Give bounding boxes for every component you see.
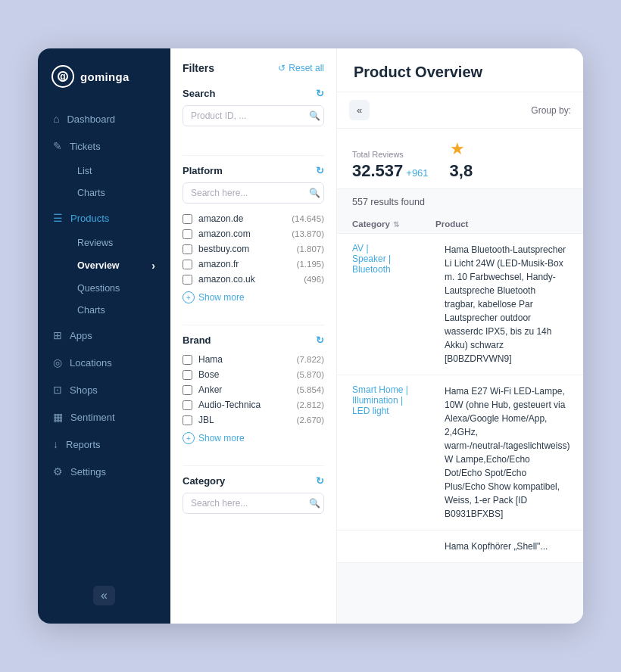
product-search-box[interactable]: 🔍 [183,105,324,126]
shops-icon: ⊡ [53,384,62,396]
category-search-icon: 🔍 [309,498,320,509]
locations-icon: ◎ [53,356,62,369]
platform-checkbox-bestbuy[interactable] [183,244,192,254]
sidebar-item-label: Locations [70,357,112,369]
row-category [352,540,435,553]
sidebar-item-apps[interactable]: ⊞ Apps [44,322,164,348]
product-search-icon: 🔍 [309,110,320,121]
sidebar-item-dashboard[interactable]: ⌂ Dashboard [44,106,164,132]
row-category: AV |Speaker |Bluetooth [352,243,435,366]
sidebar-item-sentiment[interactable]: ▦ Sentiment [44,404,164,430]
sidebar-item-questions[interactable]: Questions [68,278,164,299]
brand-item-anker: Anker (5.854) [183,382,324,397]
row-category: Smart Home |Illumination |LED light [352,384,435,521]
platform-refresh-icon[interactable]: ↻ [316,165,324,176]
content-area: Product Overview « Group by: Total Revie… [337,48,583,624]
reset-filters-button[interactable]: ↺ Reset all [278,63,324,73]
sidebar-item-reports[interactable]: ↓ Reports [44,431,164,457]
product-search-input[interactable] [191,110,304,121]
sidebar-item-label: Settings [70,466,106,478]
app-window: g gominga ⌂ Dashboard ✎ Tickets List Cha… [38,48,583,624]
sidebar-item-settings[interactable]: ⚙ Settings [44,459,164,484]
brand-checkbox-jbl[interactable] [183,415,192,425]
th-category: Category ⇅ [352,219,435,229]
sidebar-item-label: Sentiment [70,412,115,423]
table-body: AV |Speaker |Bluetooth Hama Bluetooth-La… [337,234,583,624]
logo-area: g gominga [38,48,170,106]
reports-icon: ↓ [53,438,58,450]
sidebar-collapse-button[interactable]: « [93,586,115,605]
table-row: AV |Speaker |Bluetooth Hama Bluetooth-La… [337,234,583,375]
brand-item-bose: Bose (5.870) [183,367,324,382]
brand-item-jbl: JBL (2.670) [183,412,324,428]
brand-show-more-button[interactable]: + Show more [183,432,324,444]
reviews-change: +961 [406,167,428,179]
platform-item-amazon-com: amazon.com (13.870) [183,226,324,241]
category-search-input[interactable] [191,498,304,509]
brand-item-audio-technica: Audio-Technica (2.812) [183,397,324,412]
sidebar-item-products[interactable]: ☰ Products [44,205,164,231]
platform-checkbox-amazon-com[interactable] [183,229,192,239]
platform-filter-section: Platform ↻ 🔍 amazon.de (14.645) amazon.c… [183,165,324,303]
products-icon: ☰ [53,212,63,224]
show-more-icon: + [183,291,195,303]
sidebar-item-label: Shops [70,384,98,396]
platform-search-box[interactable]: 🔍 [183,182,324,204]
group-by-label: Group by: [531,105,571,116]
table-header: Category ⇅ Product [337,215,583,234]
sidebar-bottom: « [38,577,170,614]
platform-checkbox-amazon-fr[interactable] [183,260,192,269]
platform-checkbox-amazon-co-uk[interactable] [183,275,192,285]
divider-3 [183,465,324,466]
search-refresh-icon[interactable]: ↻ [316,88,324,99]
category-section-label: Category ↻ [183,475,324,487]
sidebar-item-tickets-list[interactable]: List [68,160,164,182]
content-toolbar: « Group by: [337,92,583,129]
search-filter-section: Search ↻ 🔍 [183,88,324,134]
divider-1 [183,155,324,156]
rating-stat: ★ 3,8 [450,139,473,181]
filters-panel: Filters ↺ Reset all Search ↻ 🔍 [170,48,337,624]
row-product: Hama E27 Wi-Fi LED-Lampe, 10W (ohne Hub,… [445,384,570,521]
brand-item-hama: Hama (7.822) [183,352,324,367]
row-product: Hama Kopfhörer „Shell"... [445,540,568,553]
star-icon: ★ [450,139,473,159]
sidebar-item-reviews[interactable]: Reviews [68,232,164,254]
brand-section-label: Brand ↻ [183,334,324,346]
stats-bar: Total Reviews 32.537 +961 ★ 3,8 [337,129,583,189]
sidebar-item-shops[interactable]: ⊡ Shops [44,377,164,403]
settings-icon: ⚙ [53,465,63,478]
sentiment-icon: ▦ [53,411,63,423]
total-reviews-label: Total Reviews [352,150,429,159]
filters-header: Filters ↺ Reset all [183,62,324,74]
sidebar-item-tickets[interactable]: ✎ Tickets [44,133,164,159]
table-row: Smart Home |Illumination |LED light Hama… [337,375,583,530]
brand-checkbox-bose[interactable] [183,370,192,380]
brand-checkbox-anker[interactable] [183,385,192,395]
toolbar-left: « [349,100,370,120]
platform-show-more-button[interactable]: + Show more [183,291,324,303]
category-sort-icon[interactable]: ⇅ [393,220,399,229]
sidebar-item-tickets-charts[interactable]: Charts [68,182,164,204]
sidebar-nav: ⌂ Dashboard ✎ Tickets List Charts ☰ Prod… [38,106,170,577]
platform-item-amazon-co-uk: amazon.co.uk (496) [183,272,324,287]
sidebar-item-products-charts[interactable]: Charts [68,300,164,321]
platform-checkbox-amazon-de[interactable] [183,214,192,224]
results-count: 557 results found [337,189,583,215]
sidebar-item-label: Dashboard [67,114,115,125]
category-search-box[interactable]: 🔍 [183,493,324,514]
platform-section-label: Platform ↻ [183,165,324,176]
brand-checkbox-audio-technica[interactable] [183,400,192,410]
th-product: Product [435,219,568,229]
platform-search-input[interactable] [191,188,304,198]
toolbar-right: Group by: [531,105,571,116]
brand-refresh-icon[interactable]: ↻ [316,334,324,346]
brand-checkbox-hama[interactable] [183,355,192,365]
sidebar-item-locations[interactable]: ◎ Locations [44,350,164,375]
category-refresh-icon[interactable]: ↻ [316,475,324,487]
tickets-sub: List Charts [44,160,164,204]
collapse-filters-button[interactable]: « [349,100,370,120]
category-filter-section: Category ↻ 🔍 [183,475,324,521]
sidebar-item-overview[interactable]: Overview [68,254,164,277]
sidebar-item-label: Reports [66,439,101,450]
